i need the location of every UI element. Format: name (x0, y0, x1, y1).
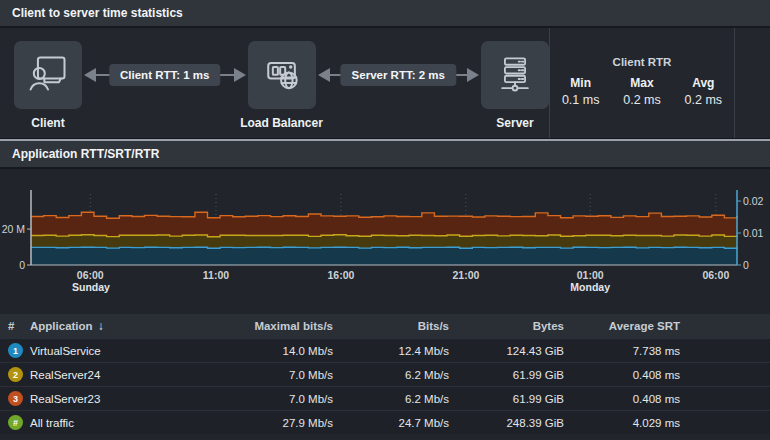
load-balancer-node: Load Balancer (248, 41, 316, 130)
chart-panel-header: Application RTT/SRT/RTR (0, 141, 770, 169)
arrow-right-icon (467, 68, 479, 82)
svg-text:Sunday: Sunday (72, 281, 110, 293)
bytes-value: 124.43 GiB (449, 345, 564, 357)
rtr-max-value: 0.2 ms (611, 93, 672, 107)
server-node: Server (481, 41, 549, 130)
bits-value: 6.2 Mb/s (333, 369, 449, 381)
dashboard: Client to server time statistics Client (0, 0, 770, 440)
load-balancer-icon (260, 51, 304, 99)
column-header-application[interactable]: Application ↓ (30, 319, 205, 333)
svg-text:20 M: 20 M (2, 223, 25, 235)
rtr-avg-value: 0.2 ms (673, 93, 734, 107)
topology-right-spacer (735, 28, 770, 138)
load-balancer-node-label: Load Balancer (240, 116, 323, 130)
rank-badge: 2 (8, 367, 23, 382)
svg-text:21:00: 21:00 (452, 269, 479, 281)
rank-badge: # (8, 415, 23, 430)
application-name[interactable]: RealServer23 (30, 393, 205, 405)
application-name[interactable]: RealServer24 (30, 369, 205, 381)
rtr-min-stat: Min 0.1 ms (550, 76, 611, 107)
client-rtt-link: Client RTT: 1 ms (82, 41, 248, 109)
topology-panel-header: Client to server time statistics (0, 0, 770, 28)
bytes-value: 61.99 GiB (449, 393, 564, 405)
load-balancer-node-card (248, 41, 316, 109)
average-srt-value: 4.029 ms (564, 417, 680, 429)
topology-diagram: Client Client RTT: 1 ms (0, 28, 549, 138)
maximal-bits-value: 7.0 Mb/s (205, 369, 333, 381)
svg-text:0.01: 0.01 (743, 227, 764, 239)
bits-value: 12.4 Mb/s (333, 345, 449, 357)
table-row-realserver23[interactable]: 3 RealServer23 7.0 Mb/s 6.2 Mb/s 61.99 G… (0, 386, 770, 410)
column-header-bytes[interactable]: Bytes (449, 320, 564, 332)
table-row-all-traffic[interactable]: # All traffic 27.9 Mb/s 24.7 Mb/s 248.39… (0, 410, 770, 434)
average-srt-value: 0.408 ms (564, 393, 680, 405)
svg-text:06:00: 06:00 (77, 269, 104, 281)
chart-panel-title: Application RTT/SRT/RTR (12, 147, 159, 161)
svg-text:0: 0 (743, 259, 749, 271)
server-rtt-link: Server RTT: 2 ms (316, 41, 482, 109)
topology-panel-title: Client to server time statistics (12, 6, 183, 20)
server-icon (493, 51, 537, 99)
rtr-avg-label: Avg (673, 76, 734, 90)
bytes-value: 61.99 GiB (449, 369, 564, 381)
server-node-label: Server (496, 116, 533, 130)
rtr-max-label: Max (611, 76, 672, 90)
client-rtr-title: Client RTR (550, 56, 734, 68)
table-row-realserver24[interactable]: 2 RealServer24 7.0 Mb/s 6.2 Mb/s 61.99 G… (0, 362, 770, 386)
svg-text:0.02: 0.02 (743, 195, 764, 207)
application-rtt-srt-rtr-chart[interactable]: 20 M00.020.01006:0011:0016:0021:0001:000… (0, 169, 770, 314)
server-node-card (481, 41, 549, 109)
client-node: Client (14, 41, 82, 130)
rtr-min-value: 0.1 ms (550, 93, 611, 107)
average-srt-value: 0.408 ms (564, 369, 680, 381)
client-node-card (14, 41, 82, 109)
rtr-avg-stat: Avg 0.2 ms (673, 76, 734, 107)
server-rtt-label: Server RTT: 2 ms (341, 64, 456, 86)
bytes-value: 248.39 GiB (449, 417, 564, 429)
maximal-bits-value: 27.9 Mb/s (205, 417, 333, 429)
client-node-label: Client (31, 116, 64, 130)
arrow-left-icon (84, 68, 96, 82)
svg-text:06:00: 06:00 (702, 269, 729, 281)
column-header-maximal-bits[interactable]: Maximal bits/s (205, 320, 333, 332)
sort-descending-icon[interactable]: ↓ (98, 319, 104, 333)
rtr-min-label: Min (550, 76, 611, 90)
maximal-bits-value: 14.0 Mb/s (205, 345, 333, 357)
rank-badge: 3 (8, 391, 23, 406)
arrow-right-icon (234, 68, 246, 82)
column-header-bits[interactable]: Bits/s (333, 320, 449, 332)
rtr-max-stat: Max 0.2 ms (611, 76, 672, 107)
arrow-left-icon (318, 68, 330, 82)
topology-diagram-section: Client Client RTT: 1 ms (0, 28, 770, 138)
svg-text:11:00: 11:00 (203, 269, 229, 281)
client-rtt-label: Client RTT: 1 ms (109, 64, 220, 86)
column-header-average-srt[interactable]: Average SRT (564, 320, 680, 332)
maximal-bits-value: 7.0 Mb/s (205, 393, 333, 405)
svg-text:0: 0 (19, 259, 25, 271)
client-rtr-stats: Min 0.1 ms Max 0.2 ms Avg 0.2 ms (550, 76, 734, 107)
application-name[interactable]: All traffic (30, 417, 205, 429)
chart-body: 20 M00.020.01006:0011:0016:0021:0001:000… (0, 169, 770, 314)
svg-text:Monday: Monday (570, 281, 610, 293)
application-name[interactable]: VirtualService (30, 345, 205, 357)
svg-text:01:00: 01:00 (577, 269, 604, 281)
bits-value: 24.7 Mb/s (333, 417, 449, 429)
rank-badge: 1 (8, 343, 23, 358)
client-rtr-panel: Client RTR Min 0.1 ms Max 0.2 ms Avg 0.2… (549, 28, 735, 138)
client-workstation-icon (26, 51, 70, 99)
application-table: # Application ↓ Maximal bits/s Bits/s By… (0, 314, 770, 434)
average-srt-value: 7.738 ms (564, 345, 680, 357)
table-row-virtualservice[interactable]: 1 VirtualService 14.0 Mb/s 12.4 Mb/s 124… (0, 338, 770, 362)
bits-value: 6.2 Mb/s (333, 393, 449, 405)
svg-text:16:00: 16:00 (328, 269, 355, 281)
column-header-number[interactable]: # (0, 320, 30, 332)
table-header-row: # Application ↓ Maximal bits/s Bits/s By… (0, 314, 770, 338)
